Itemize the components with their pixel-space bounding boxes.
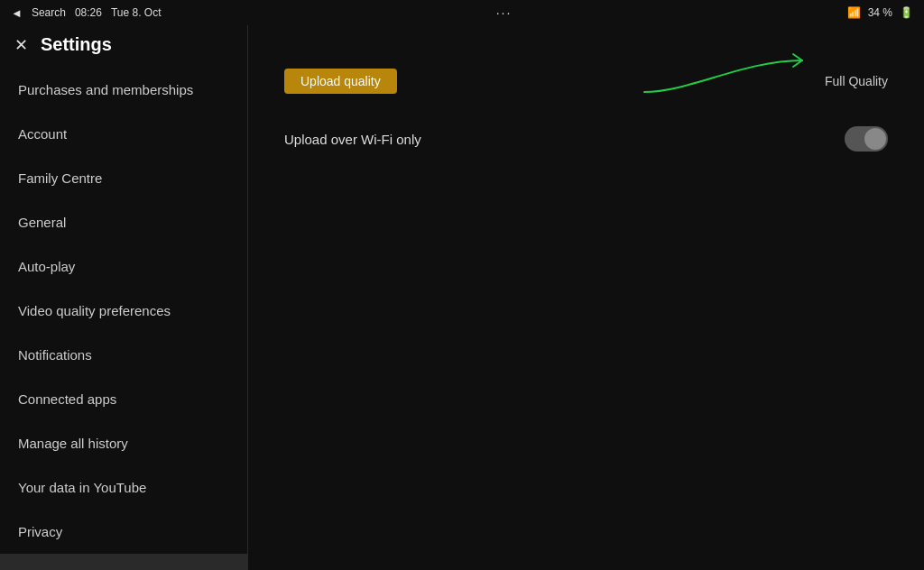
status-right: 📶 34 % 🔋 <box>847 6 913 19</box>
back-arrow-icon: ◄ <box>11 6 23 20</box>
full-quality-label: Full Quality <box>825 74 888 88</box>
annotation-arrow <box>635 47 816 105</box>
upload-wifi-label: Upload over Wi-Fi only <box>284 132 421 147</box>
sidebar-item-purchases[interactable]: Purchases and memberships <box>0 68 247 112</box>
sidebar-item-privacy[interactable]: Privacy <box>0 510 247 554</box>
sidebar: ✕ Settings Purchases and membershipsAcco… <box>0 25 248 570</box>
sidebar-item-notifications[interactable]: Notifications <box>0 333 247 377</box>
sidebar-item-general[interactable]: General <box>0 200 247 244</box>
sidebar-item-upload[interactable]: Upload <box>0 554 247 570</box>
status-bar: ◄ Search 08:26 Tue 8. Oct ··· 📶 34 % 🔋 <box>0 0 924 25</box>
battery-icon: 🔋 <box>900 6 913 19</box>
sidebar-item-auto-play[interactable]: Auto-play <box>0 244 247 289</box>
app-name: Search <box>32 6 66 19</box>
status-date: Tue 8. Oct <box>111 6 162 19</box>
sidebar-item-connected-apps[interactable]: Connected apps <box>0 377 247 421</box>
settings-panel: Upload quality Full Quality Upload over … <box>248 25 924 570</box>
upload-quality-row: Upload quality Full Quality <box>284 52 888 110</box>
upload-wifi-toggle[interactable] <box>845 126 888 152</box>
sidebar-item-your-data[interactable]: Your data in YouTube <box>0 465 247 510</box>
status-dots: ··· <box>496 5 513 20</box>
status-left: ◄ Search 08:26 Tue 8. Oct <box>11 6 162 20</box>
upload-quality-right: Full Quality <box>825 74 888 88</box>
toggle-knob <box>864 128 886 150</box>
battery-label: 34 % <box>868 6 892 19</box>
upload-wifi-row: Upload over Wi-Fi only <box>284 110 888 168</box>
sidebar-item-account[interactable]: Account <box>0 112 247 156</box>
wifi-icon: 📶 <box>847 6 861 19</box>
main-content: ✕ Settings Purchases and membershipsAcco… <box>0 25 924 570</box>
sidebar-title: Settings <box>41 34 112 55</box>
sidebar-header: ✕ Settings <box>0 25 247 68</box>
sidebar-nav: Purchases and membershipsAccountFamily C… <box>0 68 247 570</box>
upload-quality-badge[interactable]: Upload quality <box>284 69 397 94</box>
close-icon[interactable]: ✕ <box>14 35 28 55</box>
sidebar-item-manage-history[interactable]: Manage all history <box>0 421 247 465</box>
sidebar-item-family-centre[interactable]: Family Centre <box>0 156 247 200</box>
sidebar-item-video-quality[interactable]: Video quality preferences <box>0 289 247 333</box>
status-time: 08:26 <box>75 6 102 19</box>
